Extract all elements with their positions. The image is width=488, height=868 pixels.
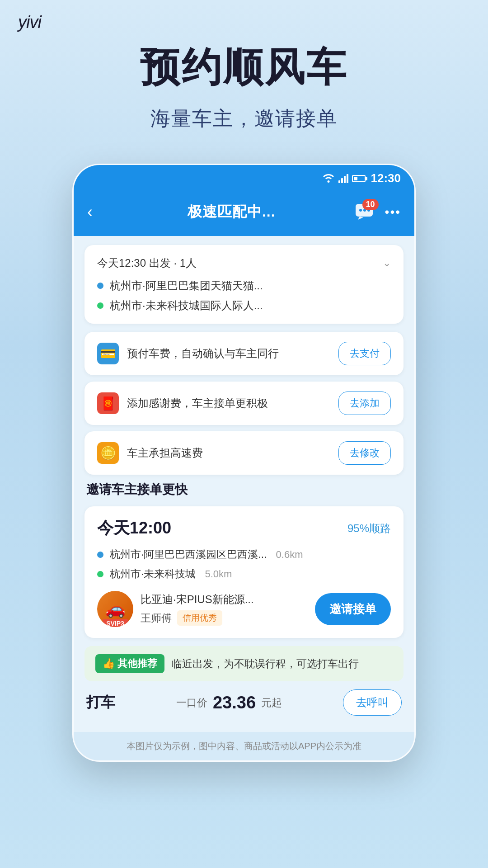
chevron-down-icon[interactable]: ⌄ (383, 257, 391, 269)
signal-icon (338, 174, 348, 183)
toll-icon: 🪙 (97, 442, 119, 464)
taxi-label: 打车 (86, 693, 115, 712)
payment-text: 预付车费，自动确认与车主同行 (127, 346, 279, 361)
status-bar: 12:30 (74, 165, 414, 192)
taxi-row: 打车 一口价 23.36 元起 去呼叫 (84, 689, 404, 723)
driver-origin: 杭州市·阿里巴巴西溪园区巴西溪... 0.6km (97, 547, 391, 561)
action-left-toll: 🪙 车主承担高速费 (97, 442, 203, 464)
svg-rect-2 (344, 176, 346, 183)
back-button[interactable]: ‹ (87, 203, 110, 222)
tip-icon: 🧧 (97, 392, 119, 414)
taxi-price-suffix: 元起 (261, 696, 282, 710)
footer-disclaimer: 本图片仅为示例，图中内容、商品或活动以APP内公示为准 (74, 732, 414, 760)
battery-icon (352, 175, 366, 182)
hero-title: 预约顺风车 (0, 41, 488, 94)
more-button[interactable]: ••• (385, 205, 401, 219)
driver-details: 比亚迪·宋PIUS新能源... 王师傅 信用优秀 (141, 592, 254, 626)
driver-left: 🚗 SVIP3 比亚迪·宋PIUS新能源... 王师傅 信用优秀 (97, 591, 254, 627)
action-left: 💳 预付车费，自动确认与车主同行 (97, 343, 279, 364)
trip-origin: 杭州市·阿里巴巴集团天猫天猫... (97, 278, 391, 293)
tip-button[interactable]: 去添加 (338, 392, 391, 415)
svg-rect-3 (347, 174, 348, 183)
svg-rect-1 (341, 178, 343, 183)
toll-action-card: 🪙 车主承担高速费 去修改 (84, 431, 404, 475)
driver-card: 今天12:00 95%顺路 杭州市·阿里巴巴西溪园区巴西溪... 0.6km 杭… (84, 506, 404, 638)
tip-action-card: 🧧 添加感谢费，车主接单更积极 去添加 (84, 382, 404, 425)
phone-frame: 12:30 ‹ 极速匹配中... 10 ••• (72, 164, 416, 762)
taxi-price-prefix: 一口价 (176, 696, 207, 710)
hero-subtitle: 海量车主，邀请接单 (0, 105, 488, 132)
chat-badge: 10 (362, 199, 379, 210)
driver-info: 🚗 SVIP3 比亚迪·宋PIUS新能源... 王师傅 信用优秀 邀请接单 (97, 591, 391, 627)
rec-text: 临近出发，为不耽误行程，可选打车出行 (172, 657, 359, 671)
origin-distance: 0.6km (276, 549, 303, 561)
trust-badge: 信用优秀 (177, 610, 222, 626)
taxi-price: 23.36 (213, 693, 256, 712)
driver-name-row: 王师傅 信用优秀 (141, 610, 254, 626)
payment-button[interactable]: 去支付 (338, 342, 391, 365)
header-title: 极速匹配中... (188, 202, 276, 222)
origin-dot (97, 283, 103, 289)
driver-card-header: 今天12:00 95%顺路 (97, 517, 391, 539)
recommendation-banner: 👍 其他推荐 临近出发，为不耽误行程，可选打车出行 (84, 646, 404, 681)
app-logo: yivi (18, 13, 41, 32)
driver-origin-dot (97, 552, 103, 558)
dest-distance: 5.0km (205, 568, 232, 580)
driver-route: 杭州市·阿里巴巴西溪园区巴西溪... 0.6km 杭州市·未来科技城 5.0km (97, 547, 391, 581)
header-right: 10 ••• (353, 201, 401, 223)
driver-car: 比亚迪·宋PIUS新能源... (141, 592, 254, 607)
wifi-icon (322, 174, 335, 183)
phone-mockup: 12:30 ‹ 极速匹配中... 10 ••• (0, 164, 488, 762)
driver-avatar: 🚗 SVIP3 (97, 591, 133, 627)
trip-header: 今天12:30 出发 · 1人 ⌄ (97, 256, 391, 270)
status-icons (322, 174, 366, 183)
toll-text: 车主承担高速费 (127, 446, 203, 460)
app-header: ‹ 极速匹配中... 10 ••• (74, 192, 414, 236)
app-content: 今天12:30 出发 · 1人 ⌄ 杭州市·阿里巴巴集团天猫天猫... 杭州市·… (74, 236, 414, 732)
trip-destination: 杭州市·未来科技城国际人际人... (97, 298, 391, 313)
hero-section: 预约顺风车 海量车主，邀请接单 (0, 0, 488, 132)
driver-name: 王师傅 (141, 611, 172, 625)
trip-card: 今天12:30 出发 · 1人 ⌄ 杭州市·阿里巴巴集团天猫天猫... 杭州市·… (84, 245, 404, 324)
destination-dot (97, 302, 103, 309)
chat-button[interactable]: 10 (353, 201, 376, 223)
vip-badge: SVIP3 (103, 619, 128, 627)
call-taxi-button[interactable]: 去呼叫 (343, 689, 402, 716)
action-left-tip: 🧧 添加感谢费，车主接单更积极 (97, 392, 268, 414)
thumbs-up-icon: 👍 (103, 658, 115, 670)
trip-time-info: 今天12:30 出发 · 1人 (97, 256, 197, 270)
driver-dest: 杭州市·未来科技城 5.0km (97, 567, 391, 581)
taxi-price-row: 一口价 23.36 元起 (176, 693, 282, 712)
svg-rect-0 (338, 180, 340, 183)
driver-time: 今天12:00 (97, 517, 171, 539)
on-route-badge: 95%顺路 (347, 521, 391, 536)
svg-point-5 (359, 209, 362, 212)
payment-icon: 💳 (97, 343, 119, 364)
invite-button[interactable]: 邀请接单 (315, 593, 391, 625)
invite-section-title: 邀请车主接单更快 (86, 481, 404, 498)
payment-action-card: 💳 预付车费，自动确认与车主同行 去支付 (84, 332, 404, 375)
toll-button[interactable]: 去修改 (338, 441, 391, 465)
status-time: 12:30 (371, 171, 401, 185)
tip-text: 添加感谢费，车主接单更积极 (127, 396, 268, 410)
rec-tag: 👍 其他推荐 (95, 654, 164, 673)
driver-dest-dot (97, 571, 103, 577)
trip-route: 杭州市·阿里巴巴集团天猫天猫... 杭州市·未来科技城国际人际人... (97, 278, 391, 313)
